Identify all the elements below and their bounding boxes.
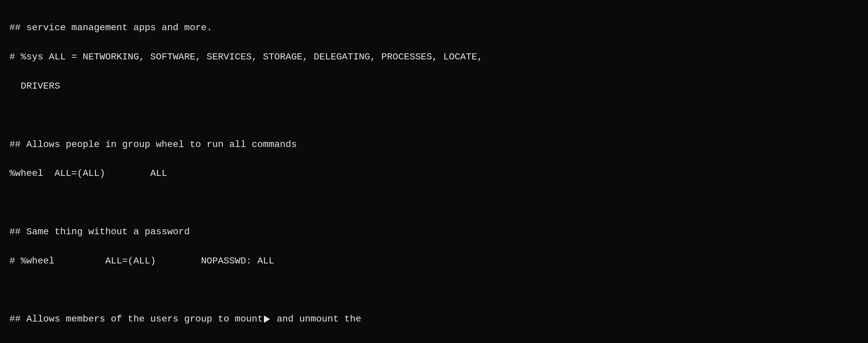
line-11: ## Allows members of the users group to …: [9, 314, 263, 324]
terminal-output: ## service management apps and more. # %…: [9, 6, 859, 343]
line-2: # %sys ALL = NETWORKING, SOFTWARE, SERVI…: [9, 52, 483, 62]
line-11-cont: and unmount the: [271, 314, 361, 324]
line-3: DRIVERS: [9, 81, 60, 91]
line-9: # %wheel ALL=(ALL) NOPASSWD: ALL: [9, 256, 274, 266]
line-6: %wheel ALL=(ALL) ALL: [9, 168, 167, 178]
line-5: ## Allows people in group wheel to run a…: [9, 139, 297, 150]
line-8: ## Same thing without a password: [9, 227, 190, 237]
line-1: ## service management apps and more.: [9, 23, 212, 33]
cursor-triangle-icon: [264, 315, 270, 323]
